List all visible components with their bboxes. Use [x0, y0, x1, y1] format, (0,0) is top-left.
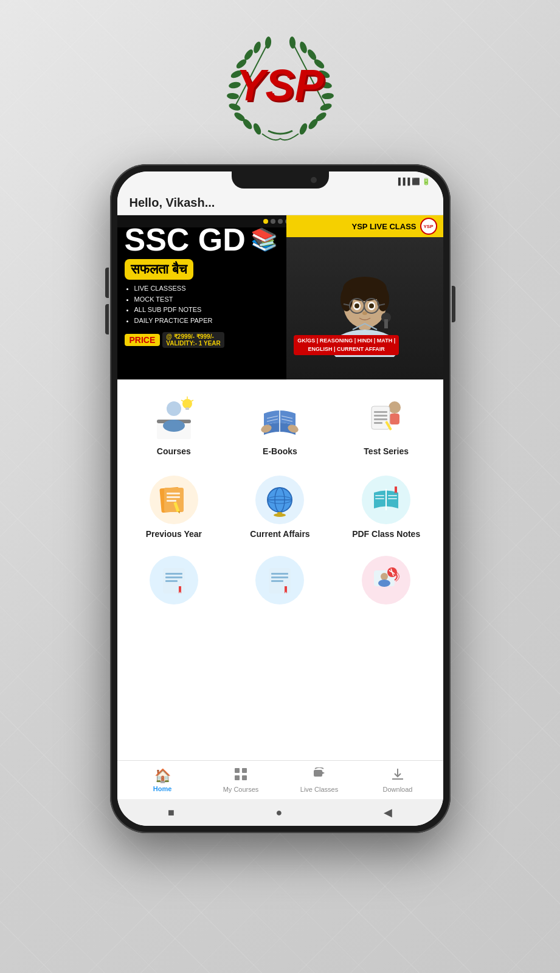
pdfnotes-icon [362, 476, 410, 524]
grid-item-testseries[interactable]: Test Series [336, 386, 437, 463]
svg-point-15 [298, 41, 308, 54]
feature-1: LIVE CLASSESS [134, 283, 289, 294]
svg-rect-103 [314, 770, 322, 777]
banner-price: PRICE @ ₹2999/- ₹999/-VALIDITY:- 1 YEAR [125, 332, 289, 348]
svg-point-97 [381, 573, 388, 580]
svg-rect-80 [388, 495, 397, 496]
ebooks-label: E-Books [263, 446, 297, 456]
svg-rect-89 [271, 573, 288, 575]
svg-point-46 [182, 399, 192, 409]
svg-rect-84 [165, 573, 182, 575]
logo-text: YSP [236, 60, 323, 110]
android-circle[interactable]: ● [276, 806, 283, 819]
live-tag-text: YSP LIVE CLASS [352, 222, 417, 231]
feature-2: MOCK TEST [134, 294, 289, 305]
android-back[interactable]: ◀ [384, 806, 392, 819]
feature-3: ALL SUB PDF NOTES [134, 305, 289, 316]
home-icon: 🏠 [154, 768, 171, 784]
svg-line-50 [191, 400, 193, 401]
power-button [452, 286, 455, 322]
grid-section: Courses [117, 379, 443, 760]
svg-rect-47 [185, 407, 189, 410]
banner-right: YSP LIVE CLASS YSP [286, 215, 443, 379]
currentaffairs-label: Current Affairs [250, 529, 309, 539]
svg-rect-81 [388, 498, 397, 499]
banner-features: LIVE CLASSESS MOCK TEST ALL SUB PDF NOTE… [125, 283, 289, 326]
testseries-label: Test Series [364, 446, 409, 456]
liveclasses-label: Live Classes [300, 786, 338, 793]
ysp-live-tag: YSP LIVE CLASS YSP [286, 215, 443, 237]
svg-rect-101 [235, 775, 240, 780]
phone-notch [232, 171, 329, 189]
svg-rect-59 [372, 406, 390, 429]
svg-line-49 [181, 400, 184, 401]
testseries-icon [362, 393, 410, 441]
svg-point-38 [369, 303, 374, 308]
banner-title: SSC GD 📚 [125, 224, 289, 255]
bottom-nav: 🏠 Home My Courses [117, 760, 443, 799]
svg-rect-60 [374, 411, 387, 413]
svg-rect-85 [165, 577, 182, 578]
svg-point-44 [167, 401, 181, 416]
courses-icon [150, 393, 198, 441]
svg-point-36 [354, 303, 359, 308]
grid-item-currentaffairs[interactable]: Current Affairs [229, 468, 331, 546]
svg-rect-90 [271, 577, 288, 578]
mycourses-label: My Courses [223, 786, 259, 793]
svg-point-39 [362, 311, 367, 315]
grid-item-prevyear[interactable]: Previous Year [123, 468, 225, 546]
svg-rect-69 [167, 500, 176, 502]
mycourses-icon [234, 767, 247, 784]
feature-4: DAILY PRACTICE PAPER [134, 316, 289, 327]
svg-rect-99 [235, 768, 240, 773]
r3-icon-2 [255, 556, 304, 604]
svg-rect-62 [374, 418, 387, 420]
teacher-photo: GK/GS | REASONING | HINDI | MATH |ENGLIS… [286, 237, 443, 379]
pdfnotes-label: PDF Class Notes [352, 529, 420, 539]
phone-screen: ▐▐▐ ⬛ 🔋 Hello, Vikash... SSC GD 📚 सफलता … [117, 171, 443, 826]
svg-rect-100 [242, 768, 247, 773]
r3-icon-1 [150, 556, 198, 604]
price-label: PRICE [125, 334, 161, 346]
android-square[interactable]: ■ [168, 806, 175, 819]
nav-liveclasses[interactable]: Live Classes [280, 767, 359, 793]
grid-item-r3-1[interactable] [123, 551, 225, 609]
grid-item-ebooks[interactable]: E-Books [229, 386, 331, 463]
svg-point-57 [389, 401, 401, 414]
prevyear-icon [150, 476, 198, 524]
price-value: @ ₹2999/- ₹999/-VALIDITY:- 1 YEAR [162, 332, 224, 348]
promo-banner[interactable]: SSC GD 📚 सफलता बैच LIVE CLASSESS MOCK TE… [117, 215, 443, 379]
grid-item-r3-3[interactable] [336, 551, 437, 609]
svg-marker-104 [322, 772, 325, 774]
home-label: Home [153, 785, 172, 792]
ebooks-icon [255, 393, 304, 441]
svg-point-21 [298, 122, 309, 136]
ysp-small-logo: YSP [420, 218, 437, 235]
liveclasses-icon [313, 767, 326, 784]
grid-item-courses[interactable]: Courses [123, 386, 225, 463]
nav-download[interactable]: Download [359, 767, 437, 793]
svg-point-77 [274, 513, 286, 517]
vol-down-button [105, 304, 109, 334]
logo-wreath: YSP [220, 24, 341, 146]
banner-left: SSC GD 📚 सफलता बैच LIVE CLASSESS MOCK TE… [117, 215, 297, 379]
svg-point-98 [378, 580, 390, 587]
svg-rect-41 [384, 319, 388, 328]
hello-bar: Hello, Vikash... [117, 191, 443, 215]
svg-point-4 [252, 41, 261, 54]
safalta-badge: सफलता बैच [125, 259, 193, 280]
nav-home[interactable]: 🏠 Home [123, 768, 202, 792]
svg-rect-86 [165, 580, 178, 582]
svg-point-10 [252, 122, 263, 136]
grid-item-r3-2[interactable] [229, 551, 331, 609]
svg-rect-61 [374, 415, 387, 417]
prevyear-label: Previous Year [146, 529, 202, 539]
grid-row-2: Previous Year [123, 468, 437, 546]
grid-item-pdfnotes[interactable]: PDF Class Notes [336, 468, 437, 546]
svg-rect-68 [167, 496, 180, 498]
svg-rect-63 [374, 422, 382, 424]
download-label: Download [383, 786, 413, 793]
logo-area: YSP [220, 24, 341, 146]
nav-mycourses[interactable]: My Courses [202, 767, 280, 793]
svg-rect-79 [375, 498, 384, 499]
